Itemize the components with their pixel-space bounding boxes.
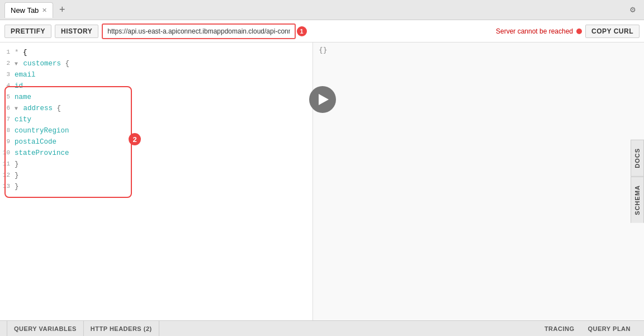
- history-button[interactable]: HISTORY: [55, 25, 98, 38]
- bottom-bar: QUERY VARIABLES HTTP HEADERS (2) TRACING…: [0, 320, 644, 336]
- bottom-right: TRACING QUERY PLAN: [538, 321, 637, 336]
- code-editor[interactable]: 1* {2▼ customers {3 email4 id5 name6▼ ad…: [0, 42, 312, 320]
- code-line: 7 city: [0, 114, 312, 125]
- tab-bar: New Tab ✕ + ⚙: [0, 0, 644, 20]
- line-number: 12: [2, 170, 15, 181]
- new-tab-button[interactable]: +: [55, 3, 69, 17]
- line-content: }: [15, 181, 19, 192]
- schema-tab[interactable]: SCHEMA: [631, 177, 644, 223]
- line-content: }: [15, 170, 19, 181]
- tab-label: New Tab: [11, 6, 39, 15]
- line-number: 8: [2, 125, 15, 136]
- line-content: city: [15, 114, 31, 125]
- line-number: 6: [2, 103, 15, 113]
- editor-panel: 1* {2▼ customers {3 email4 id5 name6▼ ad…: [0, 42, 313, 320]
- code-line: 10 stateProvince: [0, 148, 312, 159]
- tab-close-icon[interactable]: ✕: [42, 7, 47, 13]
- error-dot-icon: [576, 29, 582, 34]
- tab-new[interactable]: New Tab ✕: [4, 2, 53, 18]
- query-variables-tab[interactable]: QUERY VARIABLES: [7, 321, 84, 336]
- url-input[interactable]: [102, 23, 295, 39]
- code-line: 11 }: [0, 159, 312, 170]
- code-line: 1* {: [0, 47, 312, 58]
- query-variables-label: QUERY VARIABLES: [14, 325, 77, 332]
- line-number: 9: [2, 136, 15, 147]
- code-line: 2▼ customers {: [0, 58, 312, 69]
- line-number: 3: [2, 69, 15, 80]
- code-line: 4 id: [0, 81, 312, 92]
- result-panel: {}: [313, 42, 644, 320]
- toolbar: PRETTIFY HISTORY 1 Server cannot be reac…: [0, 20, 644, 42]
- line-number: 2: [2, 58, 15, 69]
- main-area: 1* {2▼ customers {3 email4 id5 name6▼ ad…: [0, 42, 644, 320]
- line-number: 13: [2, 181, 15, 192]
- copy-curl-button[interactable]: COPY CURL: [585, 25, 640, 38]
- code-line: 9 postalCode: [0, 136, 312, 148]
- line-number: 1: [2, 47, 15, 58]
- annotation-1-badge: 1: [297, 26, 307, 36]
- gear-icon: ⚙: [629, 6, 636, 14]
- result-braces: {}: [319, 46, 328, 54]
- line-number: 10: [2, 148, 15, 158]
- prettify-button[interactable]: PRETTIFY: [4, 25, 51, 38]
- query-plan-label: QUERY PLAN: [588, 325, 631, 332]
- line-content: }: [15, 159, 19, 170]
- http-headers-label: HTTP HEADERS (2): [91, 325, 152, 332]
- code-line: 13}: [0, 181, 312, 192]
- line-content: email: [15, 69, 36, 81]
- line-number: 5: [2, 92, 15, 102]
- settings-button[interactable]: ⚙: [626, 3, 640, 17]
- tracing-label: TRACING: [544, 325, 575, 332]
- line-content: id: [15, 81, 23, 92]
- code-line: 12 }: [0, 170, 312, 181]
- line-number: 7: [2, 114, 15, 125]
- run-query-button[interactable]: [309, 86, 336, 113]
- server-error-text: Server cannot be reached: [496, 27, 573, 35]
- docs-tab[interactable]: DOCS: [631, 140, 644, 177]
- code-line: 5 name: [0, 92, 312, 103]
- line-number: 4: [2, 81, 15, 91]
- line-content: stateProvince: [15, 148, 69, 159]
- line-content: ▼ address {: [15, 103, 61, 114]
- side-tabs: DOCS SCHEMA: [631, 42, 644, 320]
- query-plan-tab[interactable]: QUERY PLAN: [581, 321, 637, 336]
- play-icon: [319, 94, 329, 105]
- line-content: * {: [15, 47, 27, 58]
- code-line: 8 countryRegion: [0, 125, 312, 136]
- server-error-status: Server cannot be reached: [496, 27, 582, 35]
- http-headers-tab[interactable]: HTTP HEADERS (2): [84, 321, 159, 336]
- line-content: ▼ customers {: [15, 58, 69, 69]
- line-number: 11: [2, 159, 15, 169]
- tracing-tab[interactable]: TRACING: [538, 321, 581, 336]
- code-line: 6▼ address {: [0, 103, 312, 114]
- line-content: name: [15, 92, 31, 103]
- result-top: {}: [313, 42, 644, 58]
- line-content: countryRegion: [15, 125, 69, 136]
- code-line: 3 email: [0, 69, 312, 81]
- line-content: postalCode: [15, 136, 56, 148]
